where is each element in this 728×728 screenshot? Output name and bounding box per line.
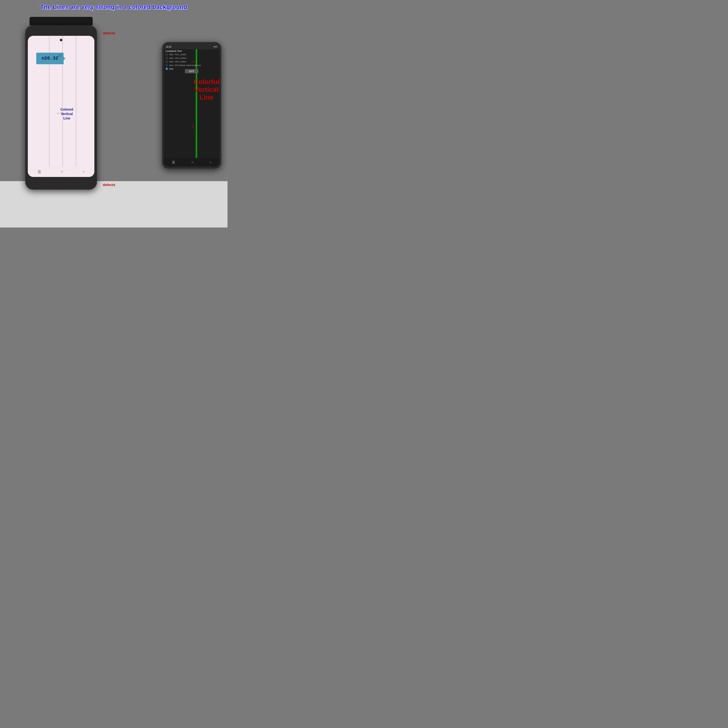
top-arrow-right: ↓ [90, 24, 93, 29]
loopback-title: Loopback Test [165, 50, 182, 52]
price-tag-text: n20.32 [41, 56, 58, 61]
loopback-option-3-text: Start : SPK_3rdMic [169, 60, 186, 63]
phone2-nav-recent: ‹ [210, 160, 211, 164]
phone-body: n20.32 ColoredVerticalLine ← ||| ○ ‹ [25, 25, 97, 190]
radio-3 [165, 60, 168, 63]
bottom-arrow-right: ↓ [92, 184, 94, 188]
page-title: The Lines are very strong in a colored b… [40, 4, 187, 11]
status-time: 16:53 [166, 46, 171, 48]
phone-screen: n20.32 ColoredVerticalLine ← ||| ○ ‹ [28, 36, 94, 177]
radio-stop [165, 67, 168, 70]
price-tag: n20.32 [36, 53, 64, 64]
status-bar: 16:53 92% [164, 44, 220, 49]
colored-vertical-line-label: ColoredVerticalLine [60, 107, 73, 121]
phone-top-bar [29, 17, 93, 25]
bottom-arrow-left: ↓ [57, 184, 59, 188]
radio-4 [165, 64, 168, 66]
loopback-option-1[interactable]: Start : RCV_1stMic [165, 53, 218, 56]
radio-2 [165, 57, 168, 59]
status-battery: 92% [214, 46, 217, 48]
price-tag-notch [58, 54, 61, 57]
loopback-option-2-text: Start : SPK_2ndMic [169, 57, 187, 59]
radio-1 [165, 53, 168, 56]
colored-label-text: ColoredVerticalLine [60, 108, 73, 120]
nav-back-icon: ||| [38, 169, 41, 174]
loopback-option-1-text: Start : RCV_1stMic [169, 53, 186, 56]
main-phone: n20.32 ColoredVerticalLine ← ||| ○ ‹ [25, 17, 97, 190]
loopback-option-4[interactable]: Start : E/P (Please insert Earphone) [165, 63, 218, 67]
nav-recent-icon: ‹ [83, 169, 84, 174]
loopback-stop-text: Stop [169, 67, 173, 70]
loopback-option-4-text: Start : E/P (Please insert Earphone) [169, 64, 201, 66]
nav-home-icon: ○ [61, 169, 63, 174]
colored-arrow: ← [56, 111, 60, 116]
defects-bottom-label: defects [103, 183, 115, 187]
defects-top-label: defects [103, 31, 115, 35]
phone2-nav-bar: ||| ○ ‹ [164, 158, 220, 167]
phone2-nav-back: ||| [172, 160, 174, 164]
phone2-nav-home: ○ [191, 160, 194, 164]
phone-nav-bar: ||| ○ ‹ [28, 166, 94, 177]
vertical-line-3 [76, 36, 76, 177]
top-arrow-left: ↑ [57, 24, 59, 29]
exit-button[interactable]: EXIT [185, 69, 199, 73]
camera-dot [60, 39, 62, 41]
